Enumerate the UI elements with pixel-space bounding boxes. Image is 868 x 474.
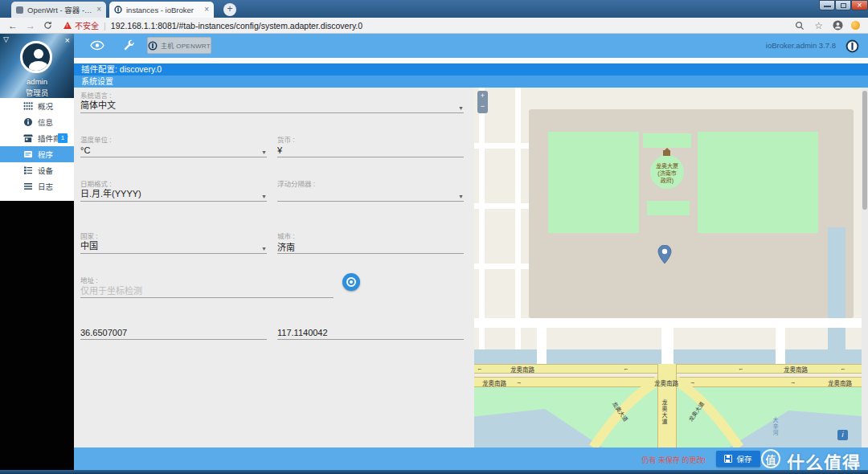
security-warning-label[interactable]: 不安全 <box>75 19 99 31</box>
system-language-select[interactable]: 简体中文 ▼ <box>80 101 464 113</box>
date-format-select[interactable]: 日.月.年(YYYY) ▼ <box>80 190 267 202</box>
funnel-icon[interactable]: ▽ <box>3 35 9 43</box>
map-bridge <box>776 328 785 365</box>
address-input[interactable] <box>80 286 334 298</box>
currency-input[interactable] <box>277 145 464 157</box>
url-text[interactable]: 192.168.1.1:8081/#tab-instances/config/s… <box>111 21 362 31</box>
temperature-unit-select[interactable]: °C ▼ <box>80 145 267 157</box>
host-button[interactable]: 主机 OPENWRT <box>147 37 211 54</box>
tab-system-settings[interactable]: 系统设置 <box>74 76 868 88</box>
browser-tab-luci[interactable]: OpenWrt - 容器 - LuCI × <box>11 2 106 18</box>
location-marker-icon[interactable] <box>657 245 672 264</box>
sidebar-item-overview[interactable]: 概况 <box>0 98 74 114</box>
minimize-icon <box>824 6 831 7</box>
bookmark-star-icon[interactable]: ☆ <box>814 20 823 31</box>
field-float-separator: 浮动分隔器 : ▼ <box>277 178 464 202</box>
map-road <box>474 203 529 209</box>
sidebar-item-instances[interactable]: 程序 <box>0 146 74 162</box>
save-floppy-icon <box>724 455 732 463</box>
government-building-icon <box>663 150 670 156</box>
refresh-icon[interactable] <box>43 21 52 30</box>
scrollbar[interactable] <box>862 88 868 447</box>
road-label: 龙奥南路 <box>784 365 808 374</box>
map-info-button[interactable]: i <box>837 430 848 440</box>
field-city: 城市 : <box>277 231 464 254</box>
adapters-badge: 1 <box>58 133 68 143</box>
window-maximize-button[interactable] <box>835 0 851 10</box>
detect-coordinates-button[interactable] <box>342 273 360 291</box>
map-road <box>515 88 521 351</box>
window-close-button[interactable]: × <box>851 0 868 10</box>
profile-icon[interactable] <box>833 20 843 31</box>
field-system-language: 系统语言 : 简体中文 ▼ <box>80 90 464 113</box>
field-currency: 货币 : <box>277 134 464 157</box>
avatar[interactable] <box>20 41 52 73</box>
luci-favicon-icon <box>16 6 23 14</box>
map-lawn <box>647 201 690 215</box>
forward-icon[interactable]: → <box>26 20 35 31</box>
map[interactable]: 龙奥大厦 (济南市 政府) ← 龙奥南路 ← ← 龙奥南路 ← 龙奥南路 → 龙… <box>474 88 862 447</box>
chevron-down-icon: ▼ <box>261 149 267 155</box>
road-arrow: ← <box>738 365 744 372</box>
building-label: 政府) <box>643 176 691 184</box>
grid-icon <box>23 101 33 111</box>
sidebar-item-logs[interactable]: 日志 <box>0 178 74 194</box>
map-road <box>474 143 529 149</box>
map-road <box>474 318 862 328</box>
scrollbar-thumb[interactable] <box>862 91 867 210</box>
back-icon[interactable]: ← <box>8 20 18 31</box>
field-label: 温度单位 : <box>80 134 267 142</box>
road-arrow: ← <box>840 365 846 372</box>
road-label: 龙奥南路 <box>654 378 678 387</box>
chevron-down-icon: ▼ <box>261 194 267 199</box>
longitude-input[interactable] <box>277 328 464 340</box>
field-country: 国家 : 中国 ▼ <box>80 231 267 254</box>
browser-menu-icon[interactable] <box>851 21 860 30</box>
new-tab-button[interactable]: + <box>223 3 236 16</box>
sidebar-item-info[interactable]: 信息 <box>0 114 74 130</box>
objects-list-icon <box>23 165 33 175</box>
road-arrow: → <box>790 378 796 386</box>
road-arrow: → <box>690 378 696 386</box>
road-label-vertical: 龙奥大道 <box>660 399 668 425</box>
sidebar-item-adapters[interactable]: 插件商店 1 <box>0 130 74 146</box>
logs-icon <box>23 182 33 191</box>
iobroker-favicon-icon <box>114 6 122 14</box>
zoom-out-button[interactable]: − <box>477 101 488 112</box>
map-river <box>828 227 845 351</box>
zoom-in-button[interactable]: + <box>477 91 488 101</box>
field-label: 货币 : <box>277 134 464 142</box>
browser-addressbar: ← → ! 不安全 | 192.168.1.1:8081/#tab-instan… <box>0 18 868 34</box>
save-button[interactable]: 保存 <box>716 451 760 467</box>
url-separator: | <box>104 21 106 31</box>
chevron-down-icon: ▼ <box>261 246 267 251</box>
country-select[interactable]: 中国 ▼ <box>80 242 267 254</box>
map-zoom-control[interactable]: + − <box>477 91 488 113</box>
sidebar-close-icon[interactable]: × <box>65 35 70 45</box>
tab-title: OpenWrt - 容器 - LuCI <box>27 4 92 15</box>
city-input[interactable] <box>277 242 464 254</box>
chevron-down-icon: ▼ <box>458 105 464 111</box>
view-eye-icon[interactable] <box>90 40 104 51</box>
close-tab-icon[interactable]: × <box>96 6 101 14</box>
browser-titlebar: OpenWrt - 容器 - LuCI × instances - ioBrok… <box>0 0 868 18</box>
field-label: 地址 : <box>80 275 334 283</box>
road-arrow: ← <box>477 365 483 372</box>
browser-tab-iobroker[interactable]: instances - ioBroker × <box>109 2 214 18</box>
map-bridge <box>661 328 674 365</box>
iobroker-logo-icon <box>845 39 859 53</box>
map-road <box>479 88 485 351</box>
wrench-icon[interactable] <box>123 39 135 51</box>
sidebar-item-objects[interactable]: 设备 <box>0 162 74 178</box>
zoom-page-icon[interactable] <box>795 21 805 31</box>
unsaved-warning: 仍有 未保存 的更改! <box>619 455 706 465</box>
field-latitude <box>80 328 267 340</box>
float-separator-select[interactable]: ▼ <box>277 190 464 202</box>
latitude-input[interactable] <box>80 328 267 340</box>
close-tab-icon[interactable]: × <box>204 6 209 14</box>
window-minimize-button[interactable] <box>819 0 835 10</box>
map-bridge <box>537 328 547 365</box>
road-label: 龙奥南路 <box>482 378 506 387</box>
sidebar-header: ▽ × admin 管理员 <box>0 34 74 98</box>
river-label: 大辛河 <box>771 417 779 436</box>
